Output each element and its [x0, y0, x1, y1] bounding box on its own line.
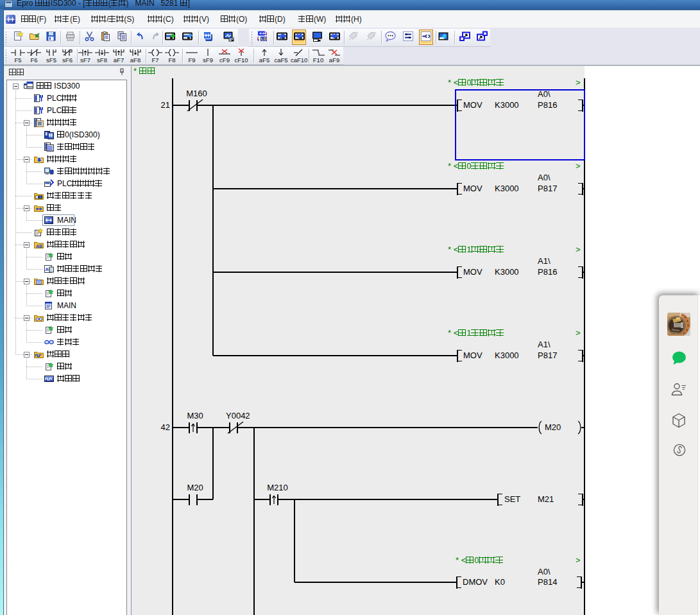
svg-text:AB: AB: [36, 244, 42, 248]
svg-text:LD: LD: [261, 37, 267, 41]
